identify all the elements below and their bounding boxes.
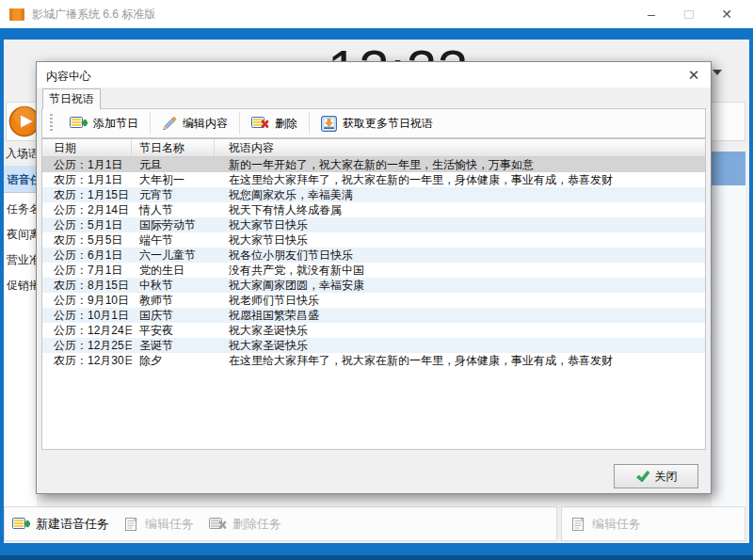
row-date: 公历：5月1日 bbox=[42, 217, 132, 232]
row-greeting: 祝愿祖国繁荣昌盛 bbox=[215, 308, 705, 323]
titlebar: 影城广播系统 6.6 标准版 – ✕ bbox=[0, 0, 753, 28]
row-date: 农历：1月15日 bbox=[42, 187, 132, 202]
download-icon bbox=[321, 116, 337, 132]
column-header-content[interactable]: 祝语内容 bbox=[215, 139, 705, 156]
frame-top-band bbox=[0, 28, 753, 40]
close-icon: ✕ bbox=[721, 7, 732, 22]
row-greeting: 祝大家圣诞快乐 bbox=[215, 338, 705, 353]
row-date: 公历：1月1日 bbox=[42, 157, 132, 172]
row-greeting: 在这里给大家拜年了，祝大家在新的一年里，身体健康，事业有成，恭喜发财 bbox=[215, 353, 705, 368]
row-date: 农历：8月15日 bbox=[42, 278, 132, 293]
edit-content-button[interactable]: 编辑内容 bbox=[151, 111, 239, 136]
delete-button[interactable]: 删除 bbox=[240, 111, 309, 136]
close-dialog-label: 关闭 bbox=[655, 469, 678, 485]
dialog-title: 内容中心 bbox=[46, 69, 91, 85]
row-greeting: 没有共产党，就没有新中国 bbox=[215, 263, 705, 278]
table-row[interactable]: 公历：10月1日国庆节祝愿祖国繁荣昌盛 bbox=[42, 308, 705, 323]
edit-task-label: 编辑任务 bbox=[145, 516, 194, 533]
maximize-button bbox=[670, 0, 708, 28]
table-row[interactable]: 公历：1月1日元旦新的一年开始了，祝大家在新的一年里，生活愉快，万事如意 bbox=[42, 157, 705, 172]
add-holiday-button[interactable]: 添加节日 bbox=[58, 111, 150, 136]
table-row[interactable]: 公历：12月24日平安夜祝大家圣诞快乐 bbox=[42, 323, 705, 338]
row-greeting: 祝大家节日快乐 bbox=[215, 217, 705, 232]
table-row[interactable]: 农历：1月15日元宵节祝您阖家欢乐，幸福美满 bbox=[42, 187, 705, 202]
close-icon: ✕ bbox=[688, 67, 700, 84]
column-header-name[interactable]: 节日名称 bbox=[132, 139, 215, 156]
table-row[interactable]: 农历：12月30日除夕在这里给大家拜年了，祝大家在新的一年里，身体健康，事业有成… bbox=[42, 353, 705, 368]
row-greeting: 新的一年开始了，祝大家在新的一年里，生活愉快，万事如意 bbox=[215, 157, 705, 172]
edit-content-label: 编辑内容 bbox=[183, 116, 228, 132]
tab-voice-task[interactable]: 语音任 bbox=[4, 166, 37, 192]
frame-right-band bbox=[749, 28, 753, 560]
row-date: 农历：5月5日 bbox=[42, 232, 132, 248]
row-holiday-name: 元宵节 bbox=[132, 187, 215, 202]
get-more-greetings-button[interactable]: 获取更多节日祝语 bbox=[310, 111, 444, 136]
edit-task-button: 编辑任务 bbox=[124, 516, 194, 533]
table-row[interactable]: 农历：1月1日大年初一在这里给大家拜年了，祝大家在新的一年里，身体健康，事业有成… bbox=[42, 172, 705, 187]
row-date: 公历：12月24日 bbox=[42, 323, 132, 338]
edit-task-right-label: 编辑任务 bbox=[592, 516, 641, 533]
dialog-titlebar[interactable]: 内容中心 ✕ bbox=[37, 62, 711, 88]
row-date: 公历：6月1日 bbox=[42, 248, 132, 263]
check-icon bbox=[635, 470, 649, 483]
row-holiday-name: 教师节 bbox=[132, 293, 215, 308]
row-holiday-name: 圣诞节 bbox=[132, 338, 215, 353]
row-holiday-name: 党的生日 bbox=[132, 263, 215, 278]
new-voice-task-button[interactable]: 新建语音任务 bbox=[12, 516, 109, 533]
row-date: 公历：7月1日 bbox=[42, 263, 132, 278]
row-greeting: 祝大家圣诞快乐 bbox=[215, 323, 705, 338]
table-row[interactable]: 公历：9月10日教师节祝老师们节日快乐 bbox=[42, 293, 705, 308]
table-row[interactable]: 公历：6月1日六一儿童节祝各位小朋友们节日快乐 bbox=[42, 248, 705, 263]
column-header-date[interactable]: 日期 bbox=[42, 139, 132, 156]
row-holiday-name: 平安夜 bbox=[132, 323, 215, 338]
list-item[interactable]: 夜间离 bbox=[4, 217, 37, 243]
edit-list-icon bbox=[571, 517, 586, 532]
list-item[interactable]: 营业准 bbox=[4, 243, 37, 268]
background-right-panel bbox=[712, 185, 745, 506]
task-list-panel: 任务名 夜间离 营业准 促销播 bbox=[4, 192, 37, 506]
add-holiday-label: 添加节日 bbox=[93, 116, 138, 132]
dialog-close-button[interactable]: ✕ bbox=[682, 65, 705, 85]
tab-entry-voice[interactable]: 入场语 bbox=[6, 146, 37, 162]
edit-list-icon bbox=[124, 517, 139, 532]
get-more-greetings-label: 获取更多节日祝语 bbox=[343, 116, 433, 132]
pencil-icon bbox=[162, 116, 177, 131]
new-voice-task-label: 新建语音任务 bbox=[36, 516, 109, 533]
table-row[interactable]: 公历：2月14日情人节祝天下有情人终成眷属 bbox=[42, 202, 705, 217]
app-logo-icon bbox=[9, 8, 24, 21]
row-holiday-name: 国际劳动节 bbox=[132, 217, 215, 232]
delete-list-icon bbox=[209, 517, 227, 532]
frame-bottom-band bbox=[0, 543, 753, 560]
row-greeting: 祝各位小朋友们节日快乐 bbox=[215, 248, 705, 263]
table-row[interactable]: 公历：12月25日圣诞节祝大家圣诞快乐 bbox=[42, 338, 705, 353]
row-date: 公历：9月10日 bbox=[42, 293, 132, 308]
row-holiday-name: 端午节 bbox=[132, 232, 215, 248]
row-holiday-name: 国庆节 bbox=[132, 308, 215, 323]
row-date: 农历：12月30日 bbox=[42, 353, 132, 368]
toolbar-grip-icon bbox=[50, 114, 53, 133]
minimize-button[interactable]: – bbox=[633, 0, 670, 28]
background-selected-row[interactable] bbox=[712, 152, 745, 185]
window-controls: – ✕ bbox=[633, 0, 745, 28]
tab-holiday-greetings[interactable]: 节日祝语 bbox=[42, 88, 101, 109]
table-row[interactable]: 农历：8月15日中秋节祝大家阖家团圆，幸福安康 bbox=[42, 278, 705, 293]
task-list-header: 任务名 bbox=[4, 193, 37, 217]
table-row[interactable]: 公历：5月1日国际劳动节祝大家节日快乐 bbox=[42, 217, 705, 232]
table-header: 日期 节日名称 祝语内容 bbox=[42, 139, 705, 157]
task-toolbar-left: 新建语音任务 编辑任务 删除任务 bbox=[4, 506, 557, 541]
row-date: 农历：1月1日 bbox=[42, 172, 132, 187]
edit-task-right-button: 编辑任务 bbox=[571, 516, 641, 533]
app-window: 影城广播系统 6.6 标准版 – ✕ 12:23 入场语 语音任 任务名 夜间离… bbox=[0, 0, 753, 560]
close-button[interactable]: ✕ bbox=[708, 0, 745, 28]
table-row[interactable]: 农历：5月5日端午节祝大家节日快乐 bbox=[42, 232, 705, 248]
holiday-table-body: 公历：1月1日元旦新的一年开始了，祝大家在新的一年里，生活愉快，万事如意农历：1… bbox=[42, 157, 705, 368]
row-greeting: 祝天下有情人终成眷属 bbox=[215, 202, 705, 217]
row-greeting: 祝老师们节日快乐 bbox=[215, 293, 705, 308]
close-dialog-button[interactable]: 关闭 bbox=[614, 464, 698, 488]
delete-task-button: 删除任务 bbox=[209, 516, 281, 533]
list-item[interactable]: 促销播 bbox=[4, 268, 37, 294]
table-row[interactable]: 公历：7月1日党的生日没有共产党，就没有新中国 bbox=[42, 263, 705, 278]
row-date: 公历：12月25日 bbox=[42, 338, 132, 353]
row-holiday-name: 元旦 bbox=[132, 157, 215, 172]
dropdown-arrow-icon[interactable] bbox=[713, 70, 722, 75]
